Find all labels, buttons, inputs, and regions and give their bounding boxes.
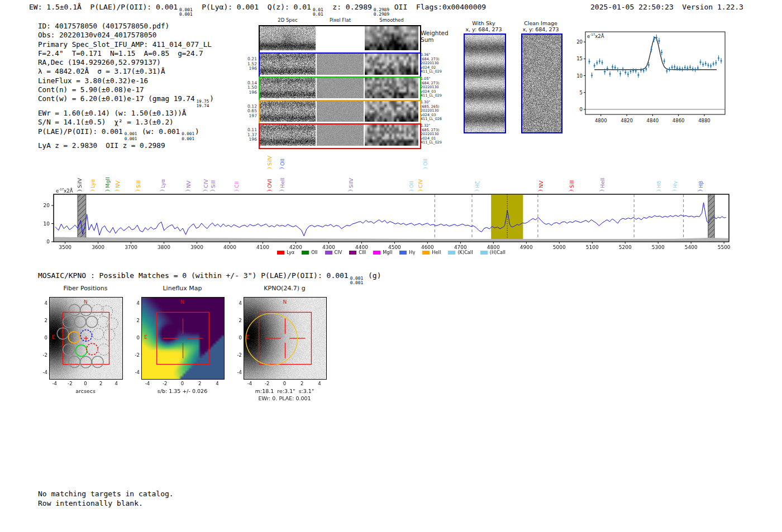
line-label-brace — [409, 190, 414, 193]
legend-label: HeII — [432, 250, 441, 255]
east-label: E — [52, 334, 55, 340]
fiber-circle — [92, 328, 103, 339]
cutout-xtick: -4 — [145, 381, 150, 386]
line-label-Hγ: Hγ — [672, 181, 678, 188]
legend-label: Hγ — [409, 250, 415, 255]
line-label-CIV: CIV — [417, 179, 423, 188]
legend-item-Lyα: Lyα — [277, 250, 294, 255]
full-spectrum-plot: 3500360037003800390040004100420043004400… — [0, 0, 782, 268]
legend-swatch — [480, 251, 488, 255]
legend-label: OII — [311, 250, 317, 255]
line-label-MgII: MgII — [104, 177, 111, 188]
cutout-xtick: 0 — [283, 381, 286, 386]
ytick-label: 0 — [46, 239, 50, 245]
fiber-circle — [63, 344, 74, 355]
line-label-Lyα: Lyα — [160, 179, 166, 188]
north-label: N — [84, 299, 88, 305]
legend-item-(H)CaII: (H)CaII — [480, 250, 506, 255]
line-label-Hζ: Hζ — [474, 181, 480, 188]
cutout-xtick: 2 — [301, 381, 303, 386]
spectrum-legend: LyαOIICIVCIIIMgIIHγHeII(K)CaII(H)CaII — [54, 250, 729, 255]
cutout-overlay — [50, 298, 122, 379]
line-label-brace — [569, 190, 574, 193]
line-label-SiIV: SiIV — [266, 156, 273, 166]
mosaic-kpno-line: MOSAIC/KPNO : Possible Matches = 0 (with… — [38, 271, 382, 286]
line-label-OII: OII — [422, 159, 428, 166]
line-label-SiII: SiII — [135, 180, 141, 188]
cutout-ytick: -4 — [43, 370, 47, 375]
cutout-panel-gal — [244, 297, 327, 380]
line-label-SiIV: SiIV — [348, 178, 354, 188]
cutout-caption: arcsecs — [75, 388, 96, 394]
cutout-xtick: 4 — [216, 381, 218, 386]
fiber-circle — [80, 356, 91, 367]
catalog-note-line: Row intentionally blank. — [38, 499, 174, 508]
catalog-note: No matching targets in catalog.Row inten… — [38, 489, 174, 508]
line-label-HeII: HeII — [599, 178, 605, 188]
legend-swatch — [373, 251, 380, 255]
line-label-SiII: SiII — [569, 180, 575, 188]
legend-swatch — [448, 251, 455, 255]
line-label-brace — [160, 190, 165, 193]
fiber-circle — [98, 344, 109, 355]
cutout-ytick: 4 — [137, 300, 140, 306]
cutout-xtick: -4 — [247, 381, 252, 386]
cutout-ytick: 0 — [137, 335, 140, 341]
line-label-brace — [185, 190, 190, 193]
legend-swatch — [277, 251, 284, 255]
fiber-circle — [86, 316, 97, 327]
legend-swatch — [349, 251, 356, 255]
cutout-xtick: 2 — [99, 381, 102, 386]
line-label-brace — [77, 190, 82, 193]
cutout-xtick: 4 — [115, 381, 118, 386]
cutout-title: KPNO(24.7) g — [264, 285, 305, 291]
fiber-circle — [69, 356, 80, 367]
line-label-Hδ: Hδ — [656, 181, 662, 188]
cutout-ytick: 2 — [239, 318, 242, 323]
cutout-ytick: 4 — [239, 300, 242, 306]
cutout-ytick: 0 — [45, 335, 47, 341]
east-label: E — [246, 334, 250, 340]
cutout-title: Lineflux Map — [163, 285, 202, 291]
mosaic-limits: 0.0010.001 — [350, 276, 363, 286]
line-label-OVI: OVI — [266, 179, 273, 188]
line-label-Hβ: Hβ — [698, 181, 704, 188]
report-page: EW: 1.5±0.1Å P(LAE)/P(OII): 0.0010.0010.… — [0, 0, 782, 532]
line-label-brace — [538, 190, 543, 193]
line-label-NV: NV — [185, 180, 192, 188]
fiber-circle — [74, 316, 85, 327]
ytick-label: 20 — [44, 203, 50, 208]
line-label-NV: NV — [115, 180, 121, 188]
line-label-brace — [90, 190, 95, 193]
fiber-circle — [92, 356, 103, 367]
fiber-circle — [69, 304, 80, 315]
cutout-ytick: -2 — [237, 352, 242, 358]
line-label-CIV: CIV — [203, 179, 209, 188]
line-label-brace — [418, 190, 423, 193]
line-label-brace — [279, 167, 284, 170]
legend-label: (K)CaII — [457, 250, 473, 255]
legend-swatch — [302, 251, 309, 255]
fiber-circle — [75, 345, 87, 356]
line-label-OII: OII — [408, 181, 414, 188]
line-label-brace — [423, 167, 428, 170]
mosaic-text: (g) — [364, 271, 381, 280]
cutout-ytick: -4 — [135, 370, 140, 375]
legend-swatch — [422, 251, 430, 255]
line-label-brace — [105, 190, 110, 193]
legend-item-OII: OII — [302, 250, 317, 255]
legend-item-MgII: MgII — [373, 250, 392, 255]
cutout-xtick: -2 — [265, 381, 269, 386]
cutout-xtick: -2 — [68, 381, 72, 386]
line-label-NV: NV — [538, 180, 544, 188]
cutout-ytick: 4 — [45, 300, 47, 306]
legend-label: MgII — [383, 250, 392, 255]
cutout-caption: s/b: 1.35 +/- 0.026 — [158, 388, 207, 394]
fiber-circle — [63, 316, 74, 327]
line-label-SiII: SiII — [210, 180, 216, 188]
cutout-panel-lineflux — [141, 297, 225, 380]
cutout-ytick: -2 — [43, 352, 47, 358]
legend-label: (H)CaII — [490, 250, 506, 255]
legend-swatch — [399, 251, 407, 255]
ytick-label: 10 — [44, 221, 50, 227]
